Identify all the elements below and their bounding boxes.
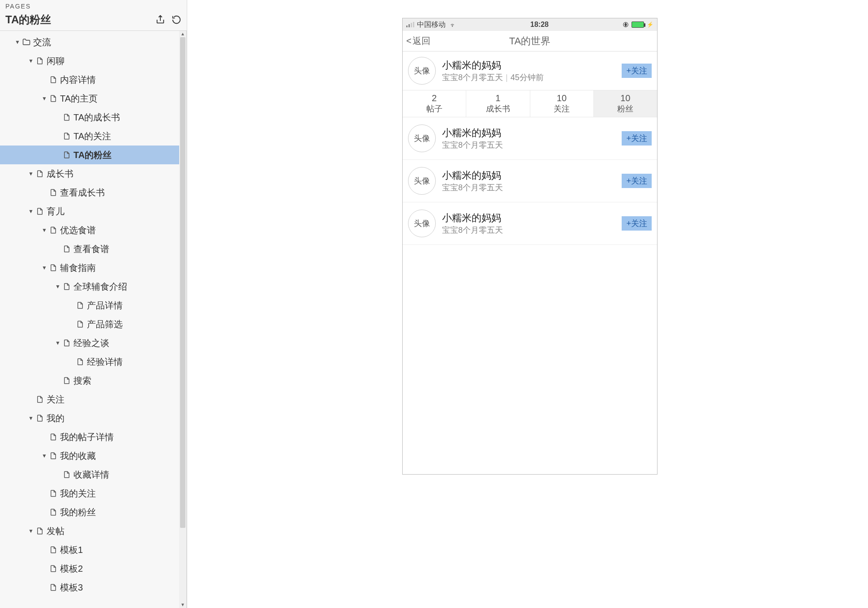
caret-down-icon[interactable]: ▼ <box>54 283 62 290</box>
avatar[interactable]: 头像 <box>408 167 436 195</box>
tree-row[interactable]: ▼全球辅食介绍 <box>0 277 179 296</box>
tree-label: 成长书 <box>45 168 73 180</box>
tree-label: 交流 <box>31 36 51 48</box>
tree-label: 模板1 <box>58 544 83 556</box>
page-icon <box>75 320 85 328</box>
tree-label: 我的帖子详情 <box>58 431 114 443</box>
scroll-up-icon[interactable]: ▲ <box>180 31 185 37</box>
caret-down-icon[interactable]: ▼ <box>27 58 35 64</box>
caret-down-icon[interactable]: ▼ <box>40 265 48 271</box>
page-icon <box>35 170 45 178</box>
tree-row[interactable]: ▼育儿 <box>0 202 179 221</box>
scrollbar[interactable]: ▲ ▼ <box>179 31 186 608</box>
tree-row[interactable]: ▶关注 <box>0 390 179 409</box>
tree-row[interactable]: ▼我的 <box>0 409 179 428</box>
page-icon <box>48 188 58 197</box>
page-icon <box>35 207 45 215</box>
fan-list: 头像小糯米的妈妈宝宝8个月零五天+关注头像小糯米的妈妈宝宝8个月零五天+关注头像… <box>403 117 657 245</box>
tree-label: 收藏详情 <box>72 469 109 481</box>
caret-down-icon[interactable]: ▼ <box>40 453 48 459</box>
back-button[interactable]: < 返回 <box>403 35 430 47</box>
tree-row[interactable]: ▶收藏详情 <box>0 465 179 484</box>
nav-title: TA的世界 <box>403 34 657 48</box>
caret-down-icon[interactable]: ▼ <box>27 208 35 214</box>
scroll-thumb[interactable] <box>180 37 185 528</box>
back-label: 返回 <box>413 35 430 47</box>
tree-row[interactable]: ▶我的粉丝 <box>0 503 179 522</box>
tree-row[interactable]: ▼闲聊 <box>0 51 179 70</box>
fan-name: 小糯米的妈妈 <box>442 211 615 225</box>
tree-row[interactable]: ▶产品筛选 <box>0 315 179 334</box>
tree-row[interactable]: ▼优选食谱 <box>0 221 179 240</box>
stat-tab[interactable]: 2帖子 <box>403 90 466 117</box>
caret-down-icon[interactable]: ▼ <box>13 39 21 45</box>
refresh-icon[interactable] <box>172 15 181 25</box>
tree-row[interactable]: ▶查看成长书 <box>0 183 179 202</box>
tree-row[interactable]: ▶我的关注 <box>0 484 179 503</box>
tree-row[interactable]: ▼我的收藏 <box>0 446 179 465</box>
tree-label: 辅食指南 <box>58 262 96 274</box>
follow-button[interactable]: +关注 <box>622 216 652 231</box>
fan-row[interactable]: 头像小糯米的妈妈宝宝8个月零五天+关注 <box>403 202 657 245</box>
tree-row[interactable]: ▶TA的粉丝 <box>0 146 179 164</box>
follow-button[interactable]: +关注 <box>622 174 652 188</box>
tree-row[interactable]: ▶产品详情 <box>0 296 179 315</box>
tree-row[interactable]: ▶模板3 <box>0 578 179 597</box>
stat-label: 粉丝 <box>594 103 657 114</box>
stat-tab[interactable]: 10粉丝 <box>594 90 657 117</box>
avatar[interactable]: 头像 <box>408 210 436 237</box>
battery-icon <box>632 21 644 28</box>
page-icon <box>48 76 58 84</box>
tree-row[interactable]: ▼辅食指南 <box>0 258 179 277</box>
profile-time: 45分钟前 <box>511 72 544 83</box>
tree-label: 我的关注 <box>58 488 96 500</box>
avatar[interactable]: 头像 <box>408 57 436 85</box>
stats-row: 2帖子1成长书10关注10粉丝 <box>403 90 657 117</box>
tree-row[interactable]: ▶查看食谱 <box>0 240 179 258</box>
tree-row[interactable]: ▼成长书 <box>0 164 179 183</box>
fan-row[interactable]: 头像小糯米的妈妈宝宝8个月零五天+关注 <box>403 160 657 202</box>
tree-row[interactable]: ▼经验之谈 <box>0 334 179 352</box>
tree-row[interactable]: ▶搜索 <box>0 371 179 390</box>
page-icon <box>62 132 72 140</box>
tree-row[interactable]: ▶我的帖子详情 <box>0 428 179 446</box>
avatar[interactable]: 头像 <box>408 124 436 152</box>
caret-down-icon[interactable]: ▼ <box>27 528 35 534</box>
caret-down-icon[interactable]: ▼ <box>27 415 35 421</box>
caret-down-icon[interactable]: ▼ <box>27 171 35 177</box>
svg-point-4 <box>452 26 453 27</box>
page-title: TA的粉丝 <box>5 13 51 27</box>
tree-row[interactable]: ▼交流 <box>0 33 179 51</box>
tree-label: 经验之谈 <box>72 337 109 349</box>
caret-down-icon[interactable]: ▼ <box>40 95 48 102</box>
stat-num: 10 <box>594 93 657 103</box>
scroll-down-icon[interactable]: ▼ <box>180 602 185 608</box>
follow-button[interactable]: +关注 <box>622 131 652 146</box>
follow-button[interactable]: +关注 <box>622 64 652 78</box>
share-icon[interactable] <box>155 15 165 25</box>
page-icon <box>48 264 58 272</box>
fan-name: 小糯米的妈妈 <box>442 169 615 182</box>
stat-tab[interactable]: 1成长书 <box>466 90 530 117</box>
tree-row[interactable]: ▶内容详情 <box>0 70 179 89</box>
page-icon <box>35 57 45 65</box>
page-icon <box>48 489 58 497</box>
tree-row[interactable]: ▼发帖 <box>0 522 179 540</box>
canvas: 中国移动 18:28 ⚡ < 返回 <box>187 0 868 608</box>
tree-row[interactable]: ▶模板1 <box>0 540 179 559</box>
caret-down-icon[interactable]: ▼ <box>40 227 48 233</box>
page-icon <box>48 546 58 554</box>
caret-down-icon[interactable]: ▼ <box>54 340 62 346</box>
page-tree[interactable]: ▼交流▼闲聊▶内容详情▼TA的主页▶TA的成长书▶TA的关注▶TA的粉丝▼成长书… <box>0 31 179 608</box>
tree-row[interactable]: ▼TA的主页 <box>0 89 179 108</box>
back-chevron-icon: < <box>406 36 412 46</box>
status-bar: 中国移动 18:28 ⚡ <box>403 18 657 31</box>
tree-row[interactable]: ▶模板2 <box>0 559 179 578</box>
tree-row[interactable]: ▶经验详情 <box>0 352 179 371</box>
tree-row[interactable]: ▶TA的成长书 <box>0 108 179 127</box>
fan-row[interactable]: 头像小糯米的妈妈宝宝8个月零五天+关注 <box>403 117 657 160</box>
profile-header: 头像 小糯米的妈妈 宝宝8个月零五天 | 45分钟前 +关注 <box>403 51 657 90</box>
tree-label: 产品筛选 <box>85 318 123 330</box>
stat-tab[interactable]: 10关注 <box>530 90 594 117</box>
tree-row[interactable]: ▶TA的关注 <box>0 127 179 146</box>
